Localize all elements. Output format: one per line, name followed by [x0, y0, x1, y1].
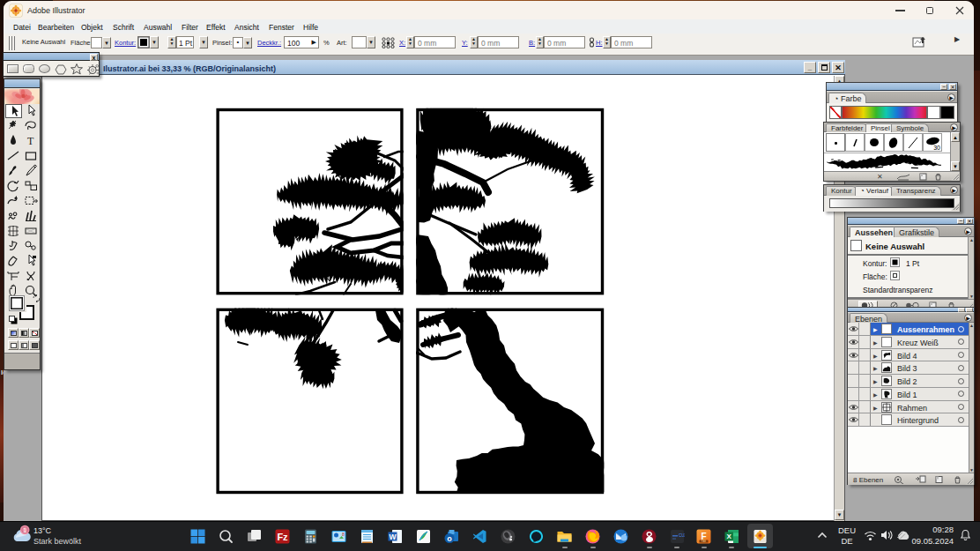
svg-text:W: W: [389, 532, 397, 541]
svg-text:CU2: CU2: [679, 533, 685, 538]
svg-text:FAB: FAB: [702, 540, 706, 543]
svg-text:Fz: Fz: [277, 532, 288, 542]
svg-text:X: X: [727, 532, 732, 540]
svg-text:8: 8: [342, 532, 345, 537]
svg-text:T: T: [27, 135, 34, 147]
svg-text:o: o: [447, 534, 452, 543]
svg-text:1: 1: [23, 527, 26, 533]
